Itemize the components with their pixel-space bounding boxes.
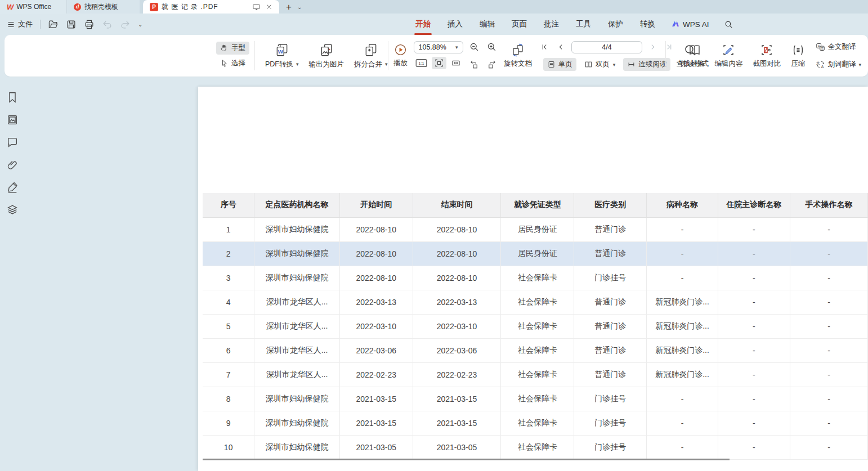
single-page-button[interactable]: 单页 — [543, 58, 576, 71]
new-tab-button[interactable]: + — [286, 2, 292, 12]
compress-label: 压缩 — [791, 59, 805, 69]
word-translate-button[interactable]: 文 A 划词翻译 ▾ — [816, 57, 861, 72]
table-row: 9深圳市妇幼保健院2021-03-152021-03-15社会保障卡门诊挂号--… — [203, 411, 868, 435]
prev-page-button[interactable] — [555, 42, 567, 52]
save-icon[interactable] — [66, 19, 77, 30]
play-icon — [394, 43, 407, 56]
divider — [665, 41, 666, 70]
menu-item-home[interactable]: 开始 — [414, 18, 432, 30]
wps-ai-label: WPS AI — [683, 20, 709, 29]
bookmark-icon[interactable] — [6, 91, 19, 104]
table-cell: 深圳市龙华区人... — [254, 314, 339, 338]
layers-icon[interactable] — [6, 204, 19, 216]
compress-button[interactable]: 压缩 — [786, 43, 810, 69]
menu-item-insert[interactable]: 插入 — [446, 18, 464, 30]
next-page-button[interactable] — [647, 42, 659, 52]
tab-document[interactable]: P 就 医 记 录 .PDF — [143, 0, 279, 14]
print-icon[interactable] — [84, 19, 95, 30]
pdf-convert-button[interactable]: W PDF转换 ▾ — [260, 43, 304, 69]
zoom-out-button[interactable] — [467, 41, 482, 53]
zoom-level-dropdown[interactable]: 105.88% ▾ — [414, 41, 463, 53]
menu-search-icon[interactable] — [724, 20, 733, 29]
tab-wps-office[interactable]: W WPS Office — [0, 0, 66, 14]
template-icon: d — [74, 3, 81, 11]
table-cell: 新冠肺炎门诊... — [647, 290, 718, 314]
select-tool-label: 选择 — [231, 59, 245, 68]
actual-size-button[interactable]: 1:1 — [413, 57, 429, 69]
page-number-input[interactable] — [571, 41, 642, 53]
svg-text:文: 文 — [816, 61, 820, 65]
table-cell: - — [718, 241, 790, 266]
table-cell: - — [718, 387, 790, 411]
menu-item-wps-ai[interactable]: WPS AI — [671, 20, 709, 29]
col-header-start-time: 开始时间 — [339, 193, 413, 217]
find-replace-button[interactable]: 查找替换 — [671, 43, 709, 69]
redo-icon[interactable] — [120, 19, 131, 30]
comment-icon[interactable] — [6, 136, 19, 149]
screenshot-compare-button[interactable]: 截图对比 — [748, 43, 786, 69]
table-cell: - — [790, 338, 867, 362]
first-page-button[interactable] — [539, 42, 551, 52]
file-menu-button[interactable]: 文件 — [7, 19, 33, 29]
hand-tool-button[interactable]: 手型 — [216, 42, 249, 55]
table-cell: 2021-03-05 — [413, 435, 501, 459]
pdf-convert-icon: W — [275, 43, 289, 57]
compress-icon — [791, 43, 805, 57]
tab-template[interactable]: d 找稻壳模板 — [66, 0, 140, 14]
undo-icon[interactable] — [102, 19, 113, 30]
rotate-left-button[interactable] — [467, 58, 482, 71]
export-image-button[interactable]: 输出为图片 — [304, 43, 350, 69]
table-cell: 新冠肺炎门诊... — [647, 338, 718, 362]
zoom-in-button[interactable] — [484, 41, 499, 53]
menu-item-convert[interactable]: 转换 — [639, 18, 656, 30]
close-tab-icon[interactable] — [266, 3, 272, 10]
table-cell: - — [647, 217, 718, 241]
rotate-right-button[interactable] — [484, 58, 499, 71]
table-cell: 2022-02-23 — [339, 362, 413, 387]
fit-page-button[interactable] — [432, 57, 446, 69]
menu-item-annotate[interactable]: 批注 — [543, 18, 560, 30]
open-folder-icon[interactable] — [48, 19, 59, 30]
table-cell: 2021-03-15 — [339, 411, 413, 435]
attachment-icon[interactable] — [6, 159, 19, 171]
table-cell: 2022-08-10 — [339, 241, 413, 266]
col-header-end-time: 结束时间 — [413, 193, 501, 217]
full-translate-button[interactable]: A 文 全文翻译 — [816, 39, 856, 55]
continuous-read-icon — [627, 60, 636, 69]
table-cell: 2021-03-15 — [413, 387, 501, 411]
table-cell: - — [790, 387, 867, 411]
horizontal-scrollbar[interactable] — [203, 459, 730, 460]
pdf-convert-label: PDF转换 — [265, 60, 293, 69]
quickbar-chevron-icon[interactable]: ⌄ — [138, 21, 142, 28]
edit-content-button[interactable]: 编辑内容 — [709, 43, 748, 69]
table-row: 4深圳市龙华区人...2022-03-132022-03-13社会保障卡普通门诊… — [203, 290, 868, 314]
double-page-icon — [584, 60, 593, 69]
play-button[interactable]: 播放 — [393, 43, 408, 68]
monitor-icon[interactable] — [252, 3, 261, 11]
menu-item-page[interactable]: 页面 — [511, 18, 528, 30]
rotate-document-button[interactable]: 旋转文档 — [504, 43, 532, 69]
table-cell: 普通门诊 — [574, 362, 647, 387]
annotate-pen-icon[interactable] — [6, 181, 19, 194]
table-cell: 社会保障卡 — [501, 266, 574, 290]
table-cell: 新冠肺炎门诊... — [647, 362, 718, 387]
table-cell: 普通门诊 — [574, 290, 647, 314]
find-replace-label: 查找替换 — [676, 59, 704, 69]
table-cell: - — [790, 314, 867, 338]
table-cell: 7 — [203, 362, 254, 387]
thumbnails-icon[interactable] — [6, 114, 19, 126]
select-tool-button[interactable]: 选择 — [216, 57, 249, 70]
menu-item-edit[interactable]: 编辑 — [478, 18, 496, 30]
tab-list-chevron-icon[interactable]: ⌄ — [297, 4, 302, 10]
chevron-down-icon: ▾ — [858, 62, 861, 68]
menu-item-protect[interactable]: 保护 — [607, 18, 624, 30]
table-cell: 2021-03-15 — [339, 387, 413, 411]
hand-icon — [220, 44, 229, 52]
table-cell: 社会保障卡 — [501, 290, 574, 314]
double-page-button[interactable]: 双页 ▾ — [580, 58, 620, 71]
fit-width-button[interactable] — [449, 57, 463, 69]
double-page-label: 双页 — [596, 60, 610, 69]
table-cell: - — [790, 411, 867, 435]
menu-item-tools[interactable]: 工具 — [575, 18, 592, 30]
pdf-page[interactable]: 序号 定点医药机构名称 开始时间 结束时间 就诊凭证类型 医疗类别 病种名称 住… — [198, 87, 868, 471]
